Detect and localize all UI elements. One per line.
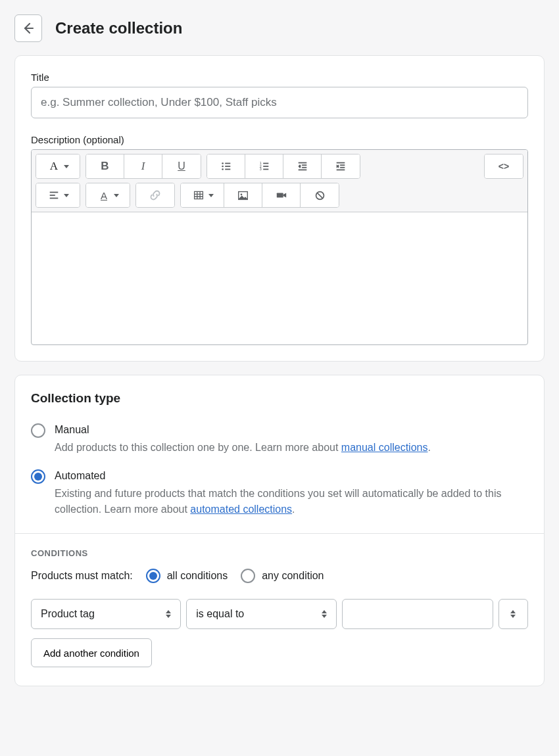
match-any-option[interactable]: any condition: [241, 569, 324, 583]
underline-button[interactable]: U: [162, 154, 201, 178]
chevron-down-icon: [64, 194, 69, 197]
italic-icon: I: [137, 160, 149, 172]
link-button[interactable]: [136, 183, 174, 207]
match-label: Products must match:: [31, 570, 133, 582]
divider: [15, 533, 544, 534]
details-card: Title Description (optional) A B I U: [14, 55, 545, 362]
automated-description: Existing and future products that match …: [55, 486, 528, 517]
match-row: Products must match: all conditions any …: [31, 569, 528, 583]
radio-match-any[interactable]: [241, 569, 255, 583]
svg-rect-20: [340, 164, 345, 166]
video-button[interactable]: [262, 183, 301, 207]
svg-rect-33: [276, 193, 283, 197]
underline-icon: U: [176, 160, 187, 172]
radio-automated[interactable]: [31, 469, 45, 484]
svg-point-3: [222, 166, 224, 168]
text-color-icon: A: [98, 189, 110, 201]
editor-toolbar: A B I U: [32, 150, 527, 212]
condition-operator-value: is equal to: [196, 608, 244, 620]
svg-rect-12: [263, 169, 268, 170]
svg-rect-18: [298, 170, 306, 171]
description-textarea[interactable]: [32, 212, 527, 343]
bullet-list-button[interactable]: [207, 154, 245, 178]
image-icon: [237, 189, 249, 201]
svg-rect-6: [225, 169, 230, 170]
description-label: Description (optional): [31, 134, 528, 145]
title-input[interactable]: [31, 87, 528, 118]
outdent-button[interactable]: [283, 154, 322, 178]
description-editor: A B I U: [31, 149, 528, 345]
table-icon: [193, 189, 205, 201]
add-condition-button[interactable]: Add another condition: [31, 638, 152, 667]
condition-row: Product tag is equal to: [31, 599, 528, 629]
condition-operator-select[interactable]: is equal to: [186, 599, 336, 629]
title-label: Title: [31, 72, 528, 83]
match-all-option[interactable]: all conditions: [146, 569, 228, 583]
bold-button[interactable]: B: [86, 154, 124, 178]
indent-icon: [335, 160, 347, 172]
table-button[interactable]: [181, 183, 224, 207]
align-left-icon: [48, 189, 60, 201]
bold-icon: B: [99, 160, 111, 172]
svg-line-35: [317, 193, 323, 199]
radio-manual[interactable]: [31, 423, 45, 438]
condition-field-select[interactable]: Product tag: [31, 599, 181, 629]
svg-rect-19: [337, 162, 345, 164]
svg-rect-21: [340, 167, 345, 168]
svg-rect-22: [337, 170, 345, 171]
match-all-label: all conditions: [167, 570, 228, 582]
chevron-down-icon: [64, 165, 69, 168]
page-title: Create collection: [55, 19, 182, 37]
font-style-icon: A: [48, 160, 60, 172]
svg-point-1: [222, 162, 224, 164]
outdent-icon: [297, 160, 308, 172]
automated-label: Automated: [55, 469, 528, 483]
no-sign-icon: [314, 189, 326, 201]
manual-collections-link[interactable]: manual collections: [341, 442, 428, 453]
indent-button[interactable]: [322, 154, 360, 178]
condition-extra-button[interactable]: [498, 599, 528, 629]
chevron-down-icon: [208, 194, 214, 197]
html-view-button[interactable]: <>: [485, 154, 523, 178]
collection-type-automated-option[interactable]: Automated Existing and future products t…: [31, 469, 528, 517]
code-icon: <>: [498, 160, 510, 172]
select-arrows-icon: [166, 610, 171, 618]
svg-rect-24: [50, 195, 55, 196]
arrow-left-icon: [22, 22, 35, 35]
manual-description: Add products to this collection one by o…: [55, 440, 528, 456]
match-any-label: any condition: [262, 570, 324, 582]
svg-rect-8: [263, 163, 268, 164]
clear-formatting-button[interactable]: [301, 183, 339, 207]
svg-text:3: 3: [259, 167, 261, 171]
select-arrows-icon: [322, 610, 327, 618]
video-icon: [276, 189, 287, 201]
chevron-down-icon: [114, 194, 119, 197]
svg-rect-25: [50, 198, 59, 199]
svg-rect-16: [302, 164, 306, 166]
svg-rect-10: [263, 166, 268, 167]
svg-rect-2: [225, 163, 230, 164]
select-arrows-icon: [510, 610, 516, 618]
collection-type-heading: Collection type: [31, 391, 528, 406]
svg-point-32: [241, 193, 243, 195]
svg-rect-23: [50, 192, 59, 193]
image-button[interactable]: [224, 183, 262, 207]
conditions-heading: CONDITIONS: [31, 548, 528, 558]
manual-label: Manual: [55, 423, 528, 437]
radio-match-all[interactable]: [146, 569, 160, 583]
svg-point-5: [222, 168, 224, 170]
text-color-button[interactable]: A: [86, 183, 130, 207]
condition-field-value: Product tag: [41, 608, 95, 620]
back-button[interactable]: [14, 14, 42, 42]
align-button[interactable]: [36, 183, 80, 207]
svg-rect-13: [298, 162, 306, 164]
paragraph-style-button[interactable]: A: [36, 154, 80, 178]
link-icon: [149, 189, 161, 201]
italic-button[interactable]: I: [124, 154, 162, 178]
svg-rect-4: [225, 166, 230, 167]
automated-collections-link[interactable]: automated collections: [190, 504, 292, 515]
numbered-list-button[interactable]: 123: [245, 154, 283, 178]
bullet-list-icon: [220, 160, 232, 172]
collection-type-manual-option[interactable]: Manual Add products to this collection o…: [31, 423, 528, 456]
condition-value-input[interactable]: [342, 599, 493, 629]
